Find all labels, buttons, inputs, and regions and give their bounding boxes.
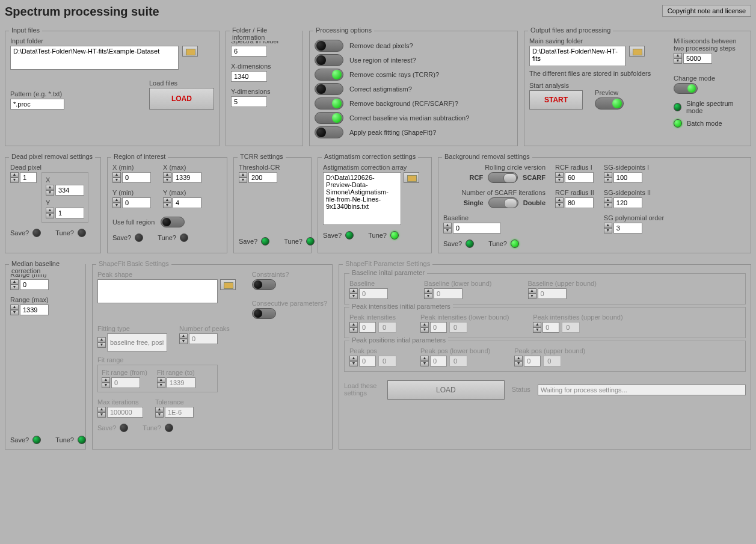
constraints-switch[interactable] bbox=[252, 279, 276, 290]
bg-panel: Background removal settings Rolling circ… bbox=[438, 157, 751, 253]
rcf-scarf-switch[interactable] bbox=[488, 172, 518, 183]
roi-save-led[interactable] bbox=[135, 233, 143, 242]
single-mode-led bbox=[674, 103, 681, 111]
bg-baseline-field[interactable] bbox=[453, 223, 501, 233]
main-saving-folder-field[interactable]: D:\Data\Test-Folder\New-HT-fits bbox=[529, 46, 625, 66]
load-button[interactable]: LOAD bbox=[149, 88, 214, 110]
bg-save-led[interactable] bbox=[466, 240, 474, 248]
proc-opt-switch-1[interactable] bbox=[315, 54, 343, 66]
pattern-field[interactable] bbox=[10, 99, 64, 110]
rcf-r2-field[interactable] bbox=[565, 197, 594, 208]
peak-shape-field[interactable] bbox=[97, 279, 218, 303]
proc-opt-label: Remove background (RCF/SCARF)? bbox=[349, 100, 458, 107]
proc-opt-switch-0[interactable] bbox=[315, 40, 343, 52]
dead-save-led[interactable] bbox=[32, 229, 41, 237]
single-double-switch[interactable] bbox=[488, 197, 518, 208]
ymax-field[interactable] bbox=[173, 197, 201, 208]
load-settings-button[interactable]: LOAD bbox=[387, 380, 505, 400]
median-panel: Median baseline correction Range (min) ▲… bbox=[5, 264, 86, 450]
astig-tune-led[interactable] bbox=[390, 231, 399, 240]
median-tune-led[interactable] bbox=[78, 436, 86, 444]
input-files-panel: Input files Input folder D:\Data\Test-Fo… bbox=[5, 31, 220, 146]
batch-mode-led bbox=[674, 119, 682, 128]
proc-opt-label: Correct astigmatism? bbox=[349, 85, 412, 93]
proc-opt-label: Remove cosmic rays (TCRR)? bbox=[349, 71, 439, 78]
browse-astig-icon[interactable] bbox=[404, 172, 419, 183]
fitting-type-field[interactable] bbox=[107, 333, 167, 351]
full-region-switch[interactable] bbox=[161, 217, 185, 227]
browse-peak-shape-icon[interactable] bbox=[220, 279, 236, 290]
proc-opt-label: Remove dead pixels? bbox=[349, 42, 413, 49]
max-iter-field[interactable] bbox=[107, 407, 143, 418]
shapefit-basic-panel: ShapeFit Basic Settings Peak shape Const… bbox=[92, 264, 333, 450]
output-panel: Output files and processing Main saving … bbox=[524, 31, 751, 146]
license-button[interactable]: Copyright note and license bbox=[662, 5, 751, 17]
xmax-field[interactable] bbox=[173, 172, 201, 183]
tcrr-save-led[interactable] bbox=[261, 237, 269, 246]
tcrr-tune-led[interactable] bbox=[306, 237, 315, 246]
dead-tune-led[interactable] bbox=[78, 229, 86, 237]
proc-opt-switch-5[interactable] bbox=[315, 112, 343, 124]
roi-panel: Region of interest X (min) ▲▼ Y (min) ▲▼… bbox=[107, 157, 227, 253]
rmin-field[interactable] bbox=[20, 279, 49, 290]
xdim-field bbox=[231, 71, 267, 82]
sfp-baseline-lb-field[interactable] bbox=[434, 288, 463, 299]
astig-array-field[interactable]: D:\Data\120626-Preview-Data-Simone\Astig… bbox=[323, 172, 401, 225]
dead-y-field[interactable] bbox=[55, 208, 84, 218]
sfp-baseline-ub-field[interactable] bbox=[538, 288, 567, 299]
preview-switch[interactable] bbox=[595, 97, 624, 110]
proc-opt-switch-4[interactable] bbox=[315, 97, 343, 110]
fit-to-field[interactable] bbox=[167, 377, 195, 388]
rcf-r1-field[interactable] bbox=[565, 172, 594, 183]
proc-opt-switch-2[interactable] bbox=[315, 69, 343, 81]
dead-pixel-field[interactable] bbox=[20, 172, 37, 183]
sfb-save-led[interactable] bbox=[120, 424, 128, 432]
astig-panel: Astigmatism correction settings Astigmat… bbox=[318, 157, 432, 253]
tol-field[interactable] bbox=[165, 407, 194, 418]
dead-pixel-stepper[interactable]: ▲▼ bbox=[10, 172, 19, 183]
spectra-count bbox=[231, 46, 267, 57]
dead-pixel-panel: Dead pixel removal settings Dead pixel ▲… bbox=[5, 157, 101, 253]
proc-opt-switch-6[interactable] bbox=[315, 126, 343, 138]
consec-switch[interactable] bbox=[252, 308, 276, 319]
start-button[interactable]: START bbox=[529, 90, 583, 110]
median-save-led[interactable] bbox=[32, 436, 41, 444]
status-field bbox=[538, 385, 746, 395]
threshold-field[interactable] bbox=[248, 172, 277, 183]
folder-info-panel: Folder / File information Spectra in fol… bbox=[226, 31, 303, 146]
page-title: Spectrum processing suite bbox=[5, 5, 159, 19]
proc-opt-switch-3[interactable] bbox=[315, 83, 343, 95]
input-folder-field[interactable]: D:\Data\Test-Folder\New-HT-fits\Example-… bbox=[10, 46, 179, 70]
processing-options-panel: Processing options Remove dead pixels?Us… bbox=[309, 31, 518, 146]
browse-input-folder-icon[interactable] bbox=[182, 46, 198, 57]
ydim-field bbox=[231, 96, 267, 107]
ms-field[interactable] bbox=[683, 53, 712, 64]
proc-opt-label: Use region of interest? bbox=[349, 57, 416, 64]
ymin-field[interactable] bbox=[122, 197, 151, 208]
change-mode-switch[interactable] bbox=[674, 83, 698, 94]
sg1-field[interactable] bbox=[613, 172, 642, 183]
roi-tune-led[interactable] bbox=[180, 233, 188, 242]
bg-tune-led[interactable] bbox=[511, 240, 519, 248]
browse-output-folder-icon[interactable] bbox=[629, 46, 645, 57]
dead-x-field[interactable] bbox=[55, 185, 84, 196]
sfp-baseline-field[interactable] bbox=[359, 288, 388, 299]
sfb-tune-led[interactable] bbox=[165, 424, 173, 432]
ms-stepper[interactable]: ▲▼ bbox=[674, 53, 682, 64]
sg2-field[interactable] bbox=[613, 197, 642, 208]
proc-opt-label: Correct baseline via median subtraction? bbox=[349, 114, 469, 122]
shapefit-param-panel: ShapeFit Parameter Settings Baseline ini… bbox=[339, 264, 751, 450]
xmin-field[interactable] bbox=[122, 172, 151, 183]
fit-from-field[interactable] bbox=[111, 377, 140, 388]
rmax-field[interactable] bbox=[20, 304, 49, 315]
tcrr-panel: TCRR settings Threshold-CR ▲▼ Save? Tune… bbox=[233, 157, 312, 253]
proc-opt-label: Apply peak fitting (ShapeFit)? bbox=[349, 129, 436, 136]
sgorder-field[interactable] bbox=[613, 223, 642, 233]
astig-save-led[interactable] bbox=[345, 231, 354, 240]
num-peaks-field[interactable] bbox=[189, 333, 218, 344]
